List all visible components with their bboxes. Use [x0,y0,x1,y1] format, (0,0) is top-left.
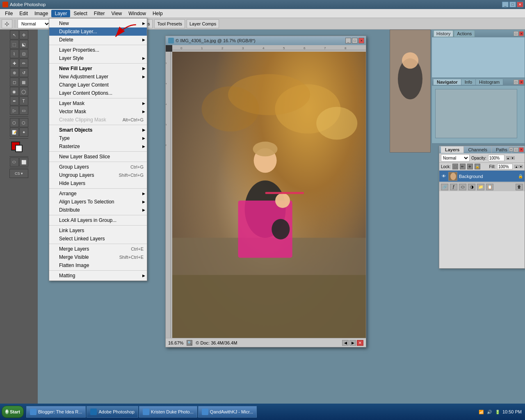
menu-align-layers[interactable]: Align Layers To Selection ▶ [49,198,147,206]
layers-win-btns[interactable]: » □ ✕ [509,147,524,152]
tool-move[interactable]: ✛ [19,30,28,39]
scroll-left-btn[interactable]: ◀ [342,340,349,346]
opacity-input[interactable] [488,155,504,161]
new-adjustment-btn[interactable]: ◑ [468,184,475,190]
add-style-btn[interactable]: ƒ [450,184,457,190]
lock-image[interactable]: ✏ [460,164,466,169]
fill-arrows[interactable]: ▲ ▼ [514,165,523,168]
tab-channels[interactable]: Channels [464,146,491,153]
menu-window[interactable]: Window [125,10,149,17]
menu-matting[interactable]: Matting ▶ [49,272,147,280]
tool-annotation[interactable]: 📝 [10,128,19,137]
history-expand-btn[interactable]: □ [514,31,518,36]
menu-help[interactable]: Help [149,10,166,17]
tool-lasso[interactable]: ⬚ [10,40,19,49]
menu-select-linked-layers[interactable]: Select Linked Layers [49,235,147,243]
lock-position[interactable]: ✛ [467,164,473,169]
tool-screen-mode[interactable]: ⬜ [19,158,28,167]
menu-vector-mask[interactable]: Vector Mask ▶ [49,107,147,116]
menu-new[interactable]: New ▶ [49,19,147,27]
tab-actions[interactable]: Actions [454,30,475,37]
layer-comps-btn[interactable]: Layer Comps [187,19,219,28]
layer-visibility-eye[interactable]: 👁 [441,173,447,179]
tool-dodge[interactable]: ◯ [19,87,28,96]
layers-expand-btn[interactable]: □ [514,147,518,152]
tray-battery[interactable]: 🔋 [494,409,501,415]
tool-magic-wand[interactable]: ⌇ [10,49,19,58]
menu-filter[interactable]: Filter [91,10,108,17]
fill-up[interactable]: ▲ [514,165,518,168]
tool-clone[interactable]: ⊕ [10,68,19,77]
tab-history[interactable]: History [434,30,453,37]
tool-gradient[interactable]: ▦ [19,78,28,87]
menu-new-fill-layer[interactable]: New Fill Layer ▶ [49,64,147,73]
add-mask-btn[interactable]: ⬭ [459,184,466,190]
color-swatches[interactable] [9,142,28,154]
menu-layer-content-options[interactable]: Layer Content Options... [49,89,147,97]
new-group-btn[interactable]: 📁 [477,184,484,190]
menu-ungroup-layers[interactable]: Ungroup Layers Shift+Ctrl+G [49,171,147,179]
menu-flatten-image[interactable]: Flatten Image [49,261,147,269]
blend-mode-select[interactable]: Normal [18,19,50,28]
menu-image[interactable]: Image [31,10,51,17]
taskbar-item-photoshop[interactable]: Adobe Photoshop [87,406,138,418]
menu-layer-properties[interactable]: Layer Properties... [49,46,147,54]
menu-edit[interactable]: Edit [16,10,31,17]
menu-merge-visible[interactable]: Merge Visible Shift+Ctrl+E [49,253,147,261]
tab-info[interactable]: Info [461,79,476,85]
tool-cs-apps[interactable]: CS ▾ [9,169,28,178]
taskbar-item-blogger[interactable]: Blogger: The Idea R... [26,406,86,418]
tray-speaker[interactable]: 🔊 [486,409,493,415]
minimize-btn[interactable]: _ [502,2,509,7]
tool-history-brush[interactable]: ↺ [19,68,28,77]
opacity-down[interactable]: ▼ [511,156,515,160]
photo-minimize[interactable]: _ [345,38,351,43]
menu-change-layer-content[interactable]: Change Layer Content [49,81,147,89]
menu-arrange[interactable]: Arrange ▶ [49,189,147,198]
tool-eyedropper[interactable]: ✦ [19,128,28,137]
bg-color[interactable] [15,145,23,152]
fill-input[interactable] [497,164,513,169]
menu-link-layers[interactable]: Link Layers [49,226,147,235]
opacity-up[interactable]: ▲ [506,156,510,160]
tab-layers[interactable]: Layers [441,146,464,153]
layers-close-btn[interactable]: ✕ [519,147,524,152]
menu-group-layers[interactable]: Group Layers Ctrl+G [49,163,147,171]
tool-blur[interactable]: ◉ [10,87,19,96]
fill-down[interactable]: ▼ [519,165,523,168]
taskbar-item-qanda[interactable]: QandAwithKJ - Micr... [198,406,257,418]
close-photo-btn[interactable]: ✕ [357,340,363,346]
nav-expand-btn[interactable]: □ [514,80,518,84]
tool-selection[interactable]: ↖ [10,30,19,39]
tool-marquee[interactable]: ⬕ [19,40,28,49]
nav-win-btns[interactable]: □ ✕ [514,80,524,84]
tab-navigator[interactable]: Navigator [434,79,461,85]
lock-transparent[interactable]: ⬚ [452,164,458,169]
maximize-btn[interactable]: □ [509,2,516,7]
tool-crop[interactable]: ⊡ [19,49,28,58]
photo-close[interactable]: ✕ [358,38,364,43]
delete-layer-btn[interactable]: 🗑 [516,184,523,190]
menu-view[interactable]: View [108,10,125,17]
photo-window-buttons[interactable]: _ □ ✕ [345,38,364,43]
menu-merge-layers[interactable]: Merge Layers Ctrl+E [49,245,147,253]
tool-eraser[interactable]: ◻ [10,78,19,87]
start-button[interactable]: Start [2,406,24,418]
photo-status-btns[interactable]: ◀ ▶ ✕ [342,340,363,346]
tool-3d2[interactable]: ⬡ [19,118,28,127]
scroll-right-btn[interactable]: ▶ [349,340,356,346]
layers-more-btn[interactable]: » [509,147,513,151]
menu-distribute[interactable]: Distribute ▶ [49,206,147,214]
zoom-icon[interactable]: 🔍 [187,340,192,346]
tool-pen[interactable]: ✒ [10,96,19,105]
tray-network[interactable]: 📶 [478,409,484,415]
toolbar-tool-select[interactable]: ⊹ [2,19,12,28]
opacity-arrows[interactable]: ▲ ▼ [506,156,515,160]
menu-rasterize[interactable]: Rasterize ▶ [49,142,147,151]
menu-smart-objects[interactable]: Smart Objects ▶ [49,126,147,134]
title-bar-buttons[interactable]: _ □ ✕ [502,2,523,7]
link-layers-btn[interactable]: 🔗 [441,184,448,190]
menu-duplicate-layer[interactable]: Duplicate Layer... [49,27,147,36]
menu-file[interactable]: File [2,10,16,17]
tool-quick-mask[interactable]: ⬭ [10,158,19,167]
